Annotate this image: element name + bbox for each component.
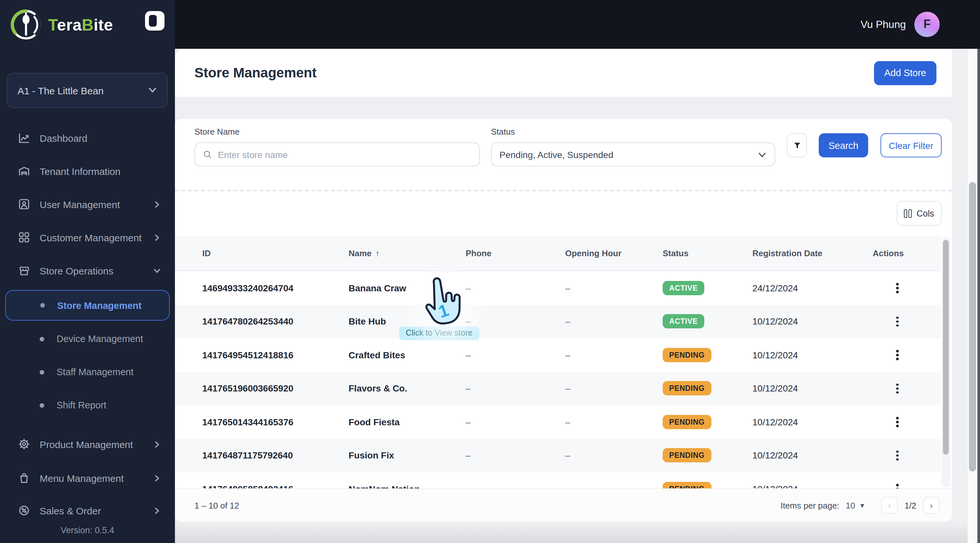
column-header-id[interactable]: ID xyxy=(194,248,341,258)
row-actions-menu-button[interactable] xyxy=(892,316,903,326)
chevron-right-icon xyxy=(153,199,161,210)
chevron-right-icon xyxy=(153,473,161,484)
filter-button[interactable] xyxy=(787,133,807,158)
column-header-status[interactable]: Status xyxy=(655,248,745,258)
table-footer: 1 – 10 of 12 Items per page: 10 ▼ ‹ 1/2 … xyxy=(175,488,952,522)
store-management-card: Store Name Status Pending, Active, Suspe… xyxy=(175,119,952,522)
cell-phone: – xyxy=(458,350,557,360)
sidebar-subitem-staff-management[interactable]: Staff Management xyxy=(5,359,170,385)
cell-name: NomNom Nation xyxy=(341,484,458,489)
chevron-down-icon xyxy=(153,265,161,276)
sidebar-item-label: User Management xyxy=(40,199,120,210)
page-header: Store Management Add Store xyxy=(175,49,952,97)
table-row[interactable]: 141764954512418816 Crafted Bites – – PEN… xyxy=(175,338,941,372)
app-viewport: Vu Phung F TeraBite A1 - The Little Bean xyxy=(0,0,980,543)
sidebar-item-customer-management[interactable]: Customer Management xyxy=(5,225,170,250)
column-header-registration-date[interactable]: Registration Date xyxy=(745,248,865,258)
cell-id: 141764905858492416 xyxy=(194,484,341,489)
sidebar-item-label: Store Operations xyxy=(40,265,113,276)
column-header-name[interactable]: Name↑ xyxy=(341,248,458,258)
row-actions-menu-button[interactable] xyxy=(892,383,903,393)
user-menu[interactable]: Vu Phung F xyxy=(861,0,940,49)
table-scrollbar[interactable] xyxy=(942,237,950,487)
page-title: Store Management xyxy=(194,65,317,81)
table-row[interactable]: 141764871175792640 Fusion Fix – – PENDIN… xyxy=(175,439,941,472)
columns-button[interactable]: Cols xyxy=(897,201,942,226)
table-row[interactable]: 141765014344165376 Food Fiesta – – PENDI… xyxy=(175,405,941,439)
previous-page-button[interactable]: ‹ xyxy=(881,497,898,514)
cell-id: 146949333240264704 xyxy=(194,283,341,293)
view-store-tooltip: Click to View store xyxy=(399,326,479,340)
store-name-field xyxy=(194,142,480,166)
sidebar-item-tenant-information[interactable]: Tenant Information xyxy=(5,158,170,184)
status-select[interactable]: Pending, Active, Suspended xyxy=(491,142,775,166)
storefront-icon xyxy=(18,264,30,277)
column-header-phone[interactable]: Phone xyxy=(458,248,557,258)
table-row[interactable]: 141765196003665920 Flavors & Co. – – PEN… xyxy=(175,372,941,405)
status-select-value: Pending, Active, Suspended xyxy=(500,149,613,160)
clear-filter-button[interactable]: Clear Filter xyxy=(880,133,942,158)
row-actions-menu-button[interactable] xyxy=(892,417,903,427)
status-label: Status xyxy=(491,127,775,137)
cell-phone: – xyxy=(458,484,557,489)
chevron-right-icon xyxy=(153,232,161,243)
avatar[interactable]: F xyxy=(914,12,940,37)
table-row[interactable]: 141764905858492416 NomNom Nation – – PEN… xyxy=(175,472,941,488)
add-store-button[interactable]: Add Store xyxy=(874,61,936,85)
table-scrollbar-thumb[interactable] xyxy=(943,240,949,455)
main-content: Store Management Add Store Store Name xyxy=(175,49,980,543)
sidebar-subitem-device-management[interactable]: Device Management xyxy=(5,326,170,352)
sidebar-subitem-label: Device Management xyxy=(57,334,143,344)
store-name-label: Store Name xyxy=(194,127,480,137)
pagination-range: 1 – 10 of 12 xyxy=(194,500,239,510)
store-name-input[interactable] xyxy=(218,149,471,160)
cell-phone: – xyxy=(458,450,557,461)
sidebar-item-label: Menu Management xyxy=(40,473,124,484)
page-scrollbar-thumb[interactable] xyxy=(969,182,976,471)
cell-id: 141765196003665920 xyxy=(194,383,341,394)
user-name: Vu Phung xyxy=(861,19,906,30)
row-actions-menu-button[interactable] xyxy=(892,350,903,360)
sidebar-item-store-operations[interactable]: Store Operations xyxy=(5,258,170,283)
chart-line-icon xyxy=(18,131,30,144)
table-row[interactable]: 141764780264253440 Bite Hub – – ACTIVE 1… xyxy=(175,305,941,338)
gear-icon xyxy=(18,438,30,451)
cell-phone: – xyxy=(458,383,557,394)
next-page-button[interactable]: › xyxy=(923,497,940,514)
items-per-page-select[interactable]: 10 ▼ xyxy=(846,500,865,510)
store-selector-dropdown[interactable]: A1 - The Little Bean xyxy=(6,73,168,108)
column-header-opening-hour[interactable]: Opening Hour xyxy=(557,248,655,258)
sidebar-item-dashboard[interactable]: Dashboard xyxy=(5,125,170,151)
cell-registration-date: 10/12/2024 xyxy=(745,316,865,327)
sidebar-subitem-shift-report[interactable]: Shift Report xyxy=(5,392,170,418)
search-button[interactable]: Search xyxy=(819,133,868,158)
badge-percent-icon xyxy=(18,504,30,517)
sidebar-item-product-management[interactable]: Product Management xyxy=(5,431,170,457)
sidebar-subitem-store-management[interactable]: Store Management xyxy=(5,290,170,321)
sidebar-item-label: Tenant Information xyxy=(40,166,121,177)
row-actions-menu-button[interactable] xyxy=(892,283,903,293)
status-badge: PENDING xyxy=(663,448,711,463)
terabite-logo-icon xyxy=(8,7,44,42)
sidebar-item-label: Product Management xyxy=(40,439,133,450)
cell-opening-hour: – xyxy=(557,450,655,461)
sidebar-collapse-button[interactable] xyxy=(145,11,164,30)
grid-icon xyxy=(18,231,30,244)
cell-id: 141764954512418816 xyxy=(194,350,341,360)
cell-phone: – xyxy=(458,316,557,327)
chevron-down-icon xyxy=(757,150,767,159)
cell-name: Food Fiesta xyxy=(341,417,458,427)
sidebar-item-menu-management[interactable]: Menu Management xyxy=(5,465,170,491)
row-actions-menu-button[interactable] xyxy=(892,450,903,460)
sidebar-item-user-management[interactable]: User Management xyxy=(5,191,170,217)
sidebar-item-sales-and-order[interactable]: Sales & Order xyxy=(5,497,170,524)
cell-opening-hour: – xyxy=(557,417,655,427)
items-per-page-label: Items per page: xyxy=(780,500,839,510)
status-badge: PENDING xyxy=(663,482,711,489)
funnel-icon xyxy=(792,141,802,150)
table-row[interactable]: 146949333240264704 Banana Craw – – ACTIV… xyxy=(175,271,941,305)
status-badge: PENDING xyxy=(663,415,711,429)
bullet-icon xyxy=(40,336,44,341)
table-body: 146949333240264704 Banana Craw – – ACTIV… xyxy=(175,271,941,488)
row-actions-menu-button[interactable] xyxy=(892,484,903,488)
